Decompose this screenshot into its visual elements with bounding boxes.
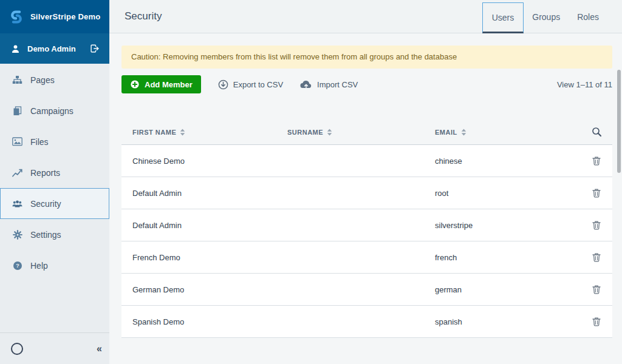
delete-member-button[interactable] (590, 315, 603, 328)
cell-first-name: Chinese Demo (132, 157, 287, 166)
chart-icon (12, 169, 22, 177)
sidebar-item-security[interactable]: Security (0, 188, 109, 219)
collapse-sidebar-button[interactable]: « (97, 343, 102, 354)
logout-icon (89, 44, 100, 53)
scrollbar-thumb[interactable] (617, 70, 621, 173)
add-member-button[interactable]: Add Member (121, 75, 201, 93)
sidebar-item-reports[interactable]: Reports (0, 157, 109, 188)
sidebar-item-label: Files (30, 137, 49, 147)
column-header-email[interactable]: Email (435, 129, 581, 136)
main-panel: Security Users Groups Roles Caution: Rem… (109, 0, 622, 364)
delete-member-button[interactable] (590, 251, 603, 264)
pagination-summary: View 1–11 of 11 (557, 80, 612, 89)
column-header-surname[interactable]: Surname (287, 129, 435, 136)
cell-first-name: German Demo (132, 285, 287, 294)
delete-member-button[interactable] (590, 283, 603, 296)
silverstripe-admin: SilverStripe Demo Demo Admin (0, 0, 622, 364)
gear-icon (12, 230, 22, 240)
help-icon: ? (12, 261, 22, 271)
sidebar-nav: Pages Campaigns (0, 64, 109, 281)
cell-email: spanish (435, 317, 581, 326)
table-row[interactable]: German Demo german (121, 274, 612, 306)
user-icon (11, 44, 20, 53)
sidebar-item-label: Campaigns (30, 106, 73, 116)
status-circle-icon[interactable] (11, 343, 23, 355)
trash-icon (592, 285, 601, 294)
tab-bar: Users Groups Roles (482, 0, 607, 33)
sidebar: SilverStripe Demo Demo Admin (0, 0, 109, 364)
brand-title: SilverStripe Demo (30, 12, 100, 21)
toolbar: Add Member Export to CSV Import CSV (121, 75, 612, 93)
trash-icon (592, 252, 601, 262)
sidebar-item-campaigns[interactable]: Campaigns (0, 95, 109, 126)
cell-email: french (435, 253, 581, 262)
add-member-label: Add Member (145, 80, 193, 89)
logout-button[interactable] (88, 42, 101, 55)
campaigns-icon (12, 106, 22, 116)
table-body: Chinese Demo chinese Default Admin root (121, 145, 612, 338)
trash-icon (592, 220, 601, 230)
page-title: Security (125, 10, 162, 22)
import-csv-button[interactable]: Import CSV (300, 75, 358, 93)
sidebar-item-settings[interactable]: Settings (0, 219, 109, 250)
sidebar-item-label: Settings (30, 230, 61, 240)
tab-users[interactable]: Users (482, 2, 524, 33)
content-area: Caution: Removing members from this list… (109, 46, 622, 338)
table-row[interactable]: Chinese Demo chinese (121, 145, 612, 177)
plus-circle-icon (130, 79, 140, 89)
svg-text:?: ? (16, 262, 19, 269)
cell-email: root (435, 189, 581, 198)
export-csv-button[interactable]: Export to CSV (218, 75, 283, 93)
sidebar-item-label: Help (30, 261, 48, 271)
table-row[interactable]: French Demo french (121, 241, 612, 274)
profile-bar[interactable]: Demo Admin (0, 33, 109, 64)
sidebar-item-pages[interactable]: Pages (0, 64, 109, 95)
trash-icon (592, 317, 601, 326)
main-header: Security Users Groups Roles (109, 0, 622, 33)
trash-icon (592, 156, 601, 166)
silverstripe-logo-icon (9, 9, 24, 25)
sitemap-icon (12, 75, 22, 85)
cell-email: german (435, 285, 581, 294)
profile-name: Demo Admin (27, 44, 81, 53)
export-csv-label: Export to CSV (233, 80, 283, 89)
sidebar-item-help[interactable]: ? Help (0, 250, 109, 281)
sidebar-item-label: Pages (30, 75, 55, 85)
download-circle-icon (218, 79, 228, 90)
cell-first-name: Default Admin (132, 221, 287, 230)
column-header-first-name[interactable]: First Name (132, 129, 287, 136)
sidebar-item-label: Security (30, 199, 61, 209)
members-table: First Name Surname Email (121, 120, 612, 338)
cell-first-name: French Demo (132, 253, 287, 262)
table-search-button[interactable] (581, 127, 612, 137)
cell-email: chinese (435, 157, 581, 166)
delete-member-button[interactable] (590, 186, 603, 200)
image-icon (12, 137, 22, 146)
sort-icon (461, 129, 466, 136)
sort-icon (327, 129, 332, 136)
table-row[interactable]: Spanish Demo spanish (121, 306, 612, 338)
trash-icon (592, 188, 601, 198)
table-row[interactable]: Default Admin root (121, 177, 612, 209)
import-csv-label: Import CSV (317, 80, 358, 89)
cell-first-name: Spanish Demo (132, 317, 287, 326)
sidebar-item-label: Reports (30, 168, 60, 178)
sort-icon (180, 129, 185, 136)
table-header-row: First Name Surname Email (121, 120, 612, 145)
users-group-icon (12, 200, 22, 208)
tab-roles[interactable]: Roles (569, 0, 607, 33)
sidebar-item-files[interactable]: Files (0, 126, 109, 157)
cell-first-name: Default Admin (132, 189, 287, 198)
cloud-upload-icon (300, 80, 312, 89)
brand-header[interactable]: SilverStripe Demo (0, 0, 109, 33)
table-row[interactable]: Default Admin silverstripe (121, 209, 612, 241)
tab-groups[interactable]: Groups (524, 0, 569, 33)
cell-email: silverstripe (435, 221, 581, 230)
delete-member-button[interactable] (590, 218, 603, 232)
search-icon (592, 127, 602, 137)
delete-member-button[interactable] (590, 154, 603, 167)
caution-banner: Caution: Removing members from this list… (121, 46, 612, 69)
sidebar-footer: « (0, 332, 109, 364)
